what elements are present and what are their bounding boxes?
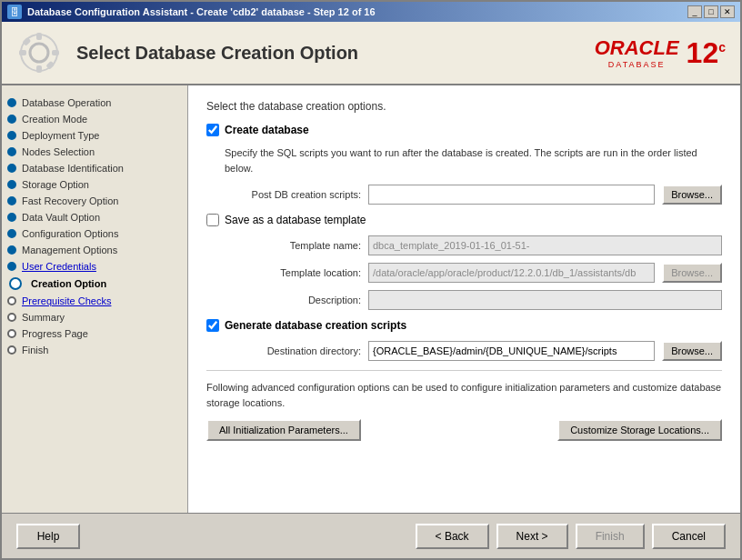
sidebar-dot (7, 98, 16, 107)
oracle-version: 12c (687, 38, 726, 67)
customize-storage-button[interactable]: Customize Storage Locations... (557, 419, 722, 441)
advanced-buttons-row: All Initialization Parameters... Customi… (206, 419, 722, 441)
sidebar-dot (7, 147, 16, 156)
sidebar-item-user-credentials[interactable]: User Credentials (2, 258, 187, 275)
svg-rect-5 (52, 50, 59, 55)
sidebar-dot (7, 296, 16, 305)
header: Select Database Creation Option ORACLE D… (2, 22, 740, 85)
create-database-row: Create database (206, 124, 722, 136)
sidebar-item-database-identification: Database Identification (2, 160, 187, 176)
template-name-input (368, 235, 722, 255)
oracle-logo: ORACLE DATABASE 12c (595, 36, 726, 69)
description-row: Description: (225, 290, 722, 310)
content-area: Database Operation Creation Mode Deploym… (2, 85, 740, 513)
browse-post-db-button[interactable]: Browse... (662, 185, 722, 205)
template-location-label: Template location: (225, 267, 361, 278)
next-button[interactable]: Next > (496, 524, 568, 549)
sidebar-dot (7, 164, 16, 173)
help-button[interactable]: Help (16, 524, 80, 549)
sidebar-dot (7, 229, 16, 238)
maximize-button[interactable]: □ (704, 5, 718, 18)
close-button[interactable]: ✕ (720, 5, 735, 18)
sidebar-dot (7, 115, 16, 124)
save-template-label[interactable]: Save as a database template (225, 214, 366, 226)
browse-destination-button[interactable]: Browse... (662, 341, 722, 361)
save-template-checkbox[interactable] (206, 214, 219, 226)
main-window: 🗄 Database Configuration Assistant - Cre… (0, 0, 742, 560)
svg-rect-2 (36, 33, 42, 40)
sidebar-dot (7, 262, 16, 271)
bottom-bar: Help < Back Next > Finish Cancel (2, 513, 740, 558)
title-bar: 🗄 Database Configuration Assistant - Cre… (2, 2, 740, 22)
sidebar-dot (7, 213, 16, 222)
all-init-parameters-button[interactable]: All Initialization Parameters... (206, 419, 361, 441)
template-location-row: Template location: Browse... (225, 263, 722, 283)
destination-row: Destination directory: Browse... (225, 341, 722, 361)
create-database-label[interactable]: Create database (225, 124, 309, 136)
sidebar-dot (7, 131, 16, 140)
current-dot (9, 277, 22, 290)
create-database-checkbox[interactable] (206, 124, 219, 136)
finish-button[interactable]: Finish (576, 524, 645, 549)
sidebar-dot (7, 329, 16, 338)
advanced-description: Following advanced configuration options… (206, 380, 722, 410)
sidebar-dot (7, 180, 16, 189)
destination-label: Destination directory: (225, 345, 361, 356)
generate-scripts-row: Generate database creation scripts (206, 319, 722, 332)
back-button[interactable]: < Back (416, 524, 489, 549)
sidebar: Database Operation Creation Mode Deploym… (2, 85, 188, 513)
app-icon: 🗄 (7, 5, 22, 19)
section-description: Select the database creation options. (206, 100, 722, 113)
description-label: Description: (225, 295, 361, 305)
browse-template-button: Browse... (662, 263, 722, 283)
sidebar-item-prerequisite-checks[interactable]: Prerequisite Checks (2, 293, 187, 309)
sidebar-item-deployment-type: Deployment Type (2, 127, 187, 144)
description-input (368, 290, 722, 310)
sql-description: Specify the SQL scripts you want to run … (225, 145, 722, 175)
sidebar-item-summary: Summary (2, 309, 187, 325)
post-db-scripts-row: Post DB creation scripts: Browse... (225, 185, 722, 205)
template-options: Template name: Template location: Browse… (225, 235, 722, 310)
cancel-button[interactable]: Cancel (652, 524, 726, 549)
sidebar-item-configuration-options: Configuration Options (2, 225, 187, 242)
sidebar-item-storage-option: Storage Option (2, 176, 187, 193)
gear-icon (16, 30, 62, 75)
divider (206, 370, 722, 371)
save-template-row: Save as a database template (206, 214, 722, 226)
sidebar-item-creation-mode: Creation Mode (2, 111, 187, 127)
window-title: Database Configuration Assistant - Creat… (27, 6, 376, 17)
template-location-input (368, 263, 655, 283)
oracle-brand: ORACLE (595, 36, 679, 59)
create-db-options: Specify the SQL scripts you want to run … (225, 145, 722, 205)
minimize-button[interactable]: _ (687, 5, 702, 18)
svg-rect-4 (19, 50, 26, 55)
sidebar-item-database-operation: Database Operation (2, 95, 187, 111)
generate-scripts-label[interactable]: Generate database creation scripts (225, 319, 406, 332)
main-panel: Select the database creation options. Cr… (188, 85, 740, 513)
post-db-label: Post DB creation scripts: (225, 189, 361, 200)
sidebar-item-finish: Finish (2, 342, 187, 358)
sidebar-item-fast-recovery: Fast Recovery Option (2, 193, 187, 209)
sidebar-item-management-options: Management Options (2, 242, 187, 258)
sidebar-item-progress-page: Progress Page (2, 325, 187, 342)
sidebar-dot (7, 313, 16, 322)
sidebar-item-nodes-selection: Nodes Selection (2, 144, 187, 160)
post-db-input[interactable] (368, 185, 655, 205)
sidebar-item-data-vault: Data Vault Option (2, 209, 187, 225)
destination-options: Destination directory: Browse... (225, 341, 722, 361)
generate-scripts-checkbox[interactable] (206, 319, 219, 332)
svg-point-1 (30, 44, 48, 62)
sidebar-item-creation-option: Creation Option (2, 275, 187, 293)
template-name-row: Template name: (225, 235, 722, 255)
template-name-label: Template name: (225, 240, 361, 251)
svg-rect-3 (36, 65, 42, 73)
oracle-sub: DATABASE (595, 60, 679, 69)
navigation-buttons: < Back Next > Finish Cancel (416, 524, 726, 549)
destination-input[interactable] (368, 341, 655, 361)
page-title: Select Database Creation Option (76, 43, 358, 64)
sidebar-dot (7, 345, 16, 355)
sidebar-dot (7, 245, 16, 255)
sidebar-dot (7, 196, 16, 205)
